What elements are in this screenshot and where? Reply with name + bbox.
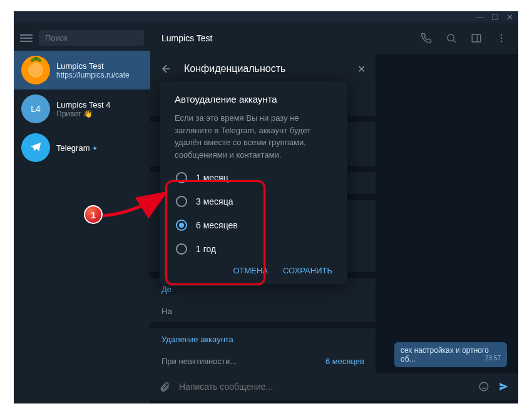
send-icon[interactable]	[498, 381, 509, 392]
chat-name: Lumpics Test 4	[56, 100, 110, 109]
settings-row[interactable]: На	[150, 300, 376, 322]
cancel-button[interactable]: ОТМЕНА	[233, 266, 268, 275]
message-input[interactable]	[179, 382, 469, 392]
message-bubble: сех настройках и ортного об... 23:57	[394, 342, 507, 367]
auto-delete-modal: Автоудаление аккаунта Если за это время …	[160, 81, 347, 284]
svg-point-3	[501, 38, 502, 39]
svg-point-0	[448, 34, 454, 41]
search-input[interactable]: Поиск	[39, 30, 144, 46]
chat-item-lumpics-test[interactable]: Lumpics Test https://lumpics.ru/cate	[14, 51, 150, 89]
avatar: L4	[21, 94, 50, 123]
radio-option-3-months[interactable]: 3 месяца	[171, 190, 336, 213]
svg-point-2	[501, 34, 502, 36]
modal-title: Автоудаление аккаунта	[175, 94, 332, 104]
svg-rect-1	[472, 34, 481, 42]
attach-icon[interactable]	[159, 381, 170, 392]
settings-title: Конфиденциальность	[184, 63, 285, 74]
chat-subtitle: https://lumpics.ru/cate	[56, 71, 130, 79]
radio-icon	[176, 196, 187, 207]
radio-icon	[176, 220, 187, 231]
close-icon[interactable]: ✕	[357, 63, 366, 75]
titlebar: — ☐ ✕	[14, 11, 518, 23]
sidepanel-icon[interactable]	[471, 33, 482, 44]
chat-header: Lumpics Test	[150, 23, 518, 54]
svg-point-5	[479, 382, 488, 391]
row-value: 6 месяцев	[325, 357, 364, 366]
minimize-button[interactable]: —	[476, 13, 484, 21]
radio-option-1-month[interactable]: 1 месяц	[171, 166, 336, 190]
chat-name: Telegram ✦	[56, 143, 98, 153]
radio-option-1-year[interactable]: 1 год	[171, 237, 336, 261]
radio-option-6-months[interactable]: 6 месяцев	[171, 213, 336, 237]
row-label: При неактивности...	[161, 357, 237, 366]
maximize-button[interactable]: ☐	[491, 13, 499, 21]
radio-label: 3 месяца	[196, 196, 233, 206]
avatar	[21, 133, 50, 162]
search-icon[interactable]	[446, 33, 457, 44]
telegram-icon	[29, 141, 43, 155]
avatar	[21, 56, 50, 84]
chat-item-telegram[interactable]: Telegram ✦	[14, 128, 150, 167]
radio-label: 1 год	[196, 244, 216, 254]
chat-name: Lumpics Test	[56, 61, 130, 71]
message-time: 23:57	[485, 355, 501, 362]
verified-icon: ✦	[92, 145, 98, 152]
menu-icon[interactable]	[20, 34, 33, 42]
svg-point-4	[501, 41, 502, 42]
close-window-button[interactable]: ✕	[506, 13, 513, 21]
call-icon[interactable]	[421, 33, 432, 44]
chat-item-lumpics-test-4[interactable]: L4 Lumpics Test 4 Привет 👋	[14, 89, 150, 128]
chat-subtitle: Привет 👋	[56, 109, 110, 118]
more-icon[interactable]	[496, 33, 507, 44]
radio-icon	[176, 172, 187, 183]
inactive-timeout-row[interactable]: При неактивности... 6 месяцев	[150, 350, 376, 372]
save-button[interactable]: СОХРАНИТЬ	[283, 266, 332, 275]
radio-icon	[176, 243, 187, 255]
chat-header-title: Lumpics Test	[161, 33, 212, 43]
back-icon[interactable]	[160, 63, 173, 75]
modal-description: Если за это время Вы ни разу не заглянит…	[175, 112, 332, 161]
emoji-icon[interactable]	[478, 381, 489, 392]
sidebar: Поиск Lumpics Test https://lumpics.ru/ca…	[14, 23, 150, 403]
radio-label: 6 месяцев	[196, 220, 238, 230]
radio-group: 1 месяц 3 месяца 6 месяцев 1 год	[171, 166, 336, 261]
message-composer	[150, 373, 518, 400]
delete-account-link[interactable]: Удаление аккаунта	[150, 328, 376, 350]
radio-label: 1 месяц	[196, 173, 228, 183]
